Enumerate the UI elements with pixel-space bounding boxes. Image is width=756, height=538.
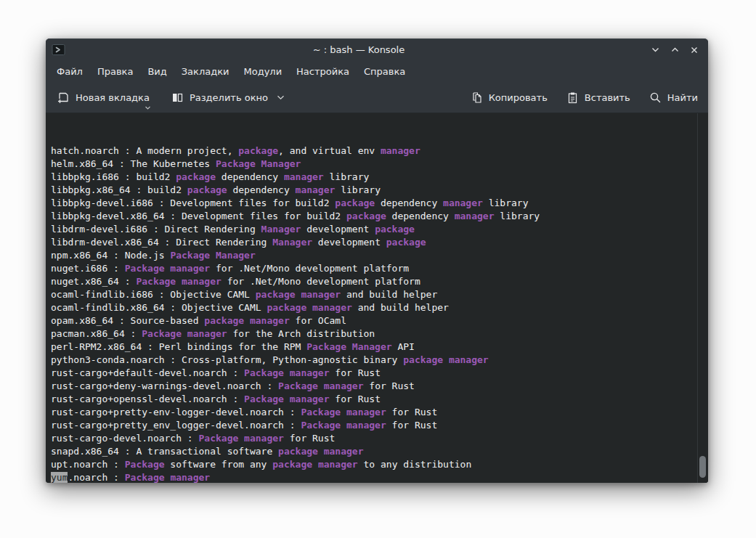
chevron-down-icon xyxy=(277,95,285,100)
terminal-line: perl-RPM2.x86_64 : Perl bindings for the… xyxy=(51,341,694,354)
tab-new-icon xyxy=(57,91,70,104)
terminal-line: libdrm-devel.i686 : Direct Rendering Man… xyxy=(51,223,694,236)
split-view-icon xyxy=(171,91,184,104)
copy-icon xyxy=(471,91,483,104)
terminal-line: npm.x86_64 : Node.js Package Manager xyxy=(51,249,694,262)
terminal-line: nuget.x86_64 : Package manager for .Net/… xyxy=(51,275,694,288)
toolbar-right-group: Копировать Вставить Найти xyxy=(452,91,698,104)
terminal-line: upt.noarch : Package software from any p… xyxy=(51,458,694,471)
new-tab-button[interactable]: Новая вкладка xyxy=(57,91,150,104)
menu-item-edit[interactable]: Правка xyxy=(90,62,140,81)
terminal-line: libbpkg-devel.i686 : Development files f… xyxy=(51,197,694,210)
menu-item-settings[interactable]: Настройка xyxy=(289,62,357,81)
terminal-line: python3-conda.noarch : Cross-platform, P… xyxy=(51,354,694,367)
titlebar[interactable]: ~ : bash — Konsole xyxy=(46,39,708,60)
terminal-line: rust-cargo+deny-warnings-devel.noarch : … xyxy=(51,380,694,393)
terminal-line: nuget.i686 : Package manager for .Net/Mo… xyxy=(51,262,694,275)
close-icon xyxy=(690,46,699,54)
split-view-button[interactable]: Разделить окно xyxy=(171,91,285,104)
copy-button[interactable]: Копировать xyxy=(471,91,548,104)
paste-icon xyxy=(566,91,579,104)
chevron-down-icon xyxy=(651,45,660,54)
terminal-line: ocaml-findlib.i686 : Objective CAML pack… xyxy=(51,288,694,301)
terminal-line: libbpkg.i686 : build2 package dependency… xyxy=(51,171,694,184)
find-button[interactable]: Найти xyxy=(649,91,698,104)
konsole-window: ~ : bash — Konsole Файл Правка Вид xyxy=(46,38,708,483)
terminal-line: yum.noarch : Package manager xyxy=(51,471,694,483)
menu-item-view[interactable]: Вид xyxy=(140,62,174,81)
terminal-line: rust-cargo+pretty-env-logger-devel.noarc… xyxy=(51,406,694,419)
new-tab-label: Новая вкладка xyxy=(76,92,150,103)
terminal-line: libbpkg-devel.x86_64 : Development files… xyxy=(51,210,694,223)
paste-button[interactable]: Вставить xyxy=(566,91,630,104)
search-icon xyxy=(649,91,662,104)
menu-item-help[interactable]: Справка xyxy=(357,62,412,81)
selected-text: yum xyxy=(51,472,68,483)
terminal-line: pacman.x86_64 : Package manager for the … xyxy=(51,327,694,341)
menu-item-plugins[interactable]: Модули xyxy=(236,62,289,81)
terminal-line: snapd.x86_64 : A transactional software … xyxy=(51,445,694,458)
window-controls xyxy=(650,39,699,60)
find-label: Найти xyxy=(667,92,698,103)
terminal-line: libbpkg.x86_64 : build2 package dependen… xyxy=(51,184,694,197)
close-button[interactable] xyxy=(689,45,699,55)
toolbar: Новая вкладка Разделить окно xyxy=(46,83,708,113)
terminal-line: helm.x86_64 : The Kubernetes Package Man… xyxy=(51,158,694,171)
terminal-line: libdrm-devel.x86_64 : Direct Rendering M… xyxy=(51,236,694,249)
window-title: ~ : bash — Konsole xyxy=(89,39,628,60)
terminal-line: ocaml-findlib.x86_64 : Objective CAML pa… xyxy=(51,301,694,314)
terminal-line: rust-cargo+default-devel.noarch : Packag… xyxy=(51,367,694,380)
chevron-down-icon xyxy=(145,106,151,110)
terminal-line: rust-cargo+openssl-devel.noarch : Packag… xyxy=(51,393,694,406)
terminal-line: hatch.noarch : A modern project, package… xyxy=(51,144,694,158)
terminal-line: rust-cargo+pretty_env_logger-devel.noarc… xyxy=(51,419,694,432)
copy-label: Копировать xyxy=(489,92,548,103)
menu-item-bookmarks[interactable]: Закладки xyxy=(174,62,237,81)
chevron-up-icon xyxy=(670,45,680,54)
scrollbar-thumb[interactable] xyxy=(699,456,706,478)
terminal-line: opam.x86_64 : Source-based package manag… xyxy=(51,314,694,327)
split-view-label: Разделить окно xyxy=(190,92,268,103)
terminal-line: rust-cargo-devel.noarch : Package manage… xyxy=(51,432,694,445)
konsole-icon xyxy=(52,43,65,57)
toolbar-left-group: Новая вкладка Разделить окно xyxy=(57,91,306,104)
minimize-button[interactable] xyxy=(650,45,660,55)
menubar: Файл Правка Вид Закладки Модули Настройк… xyxy=(46,60,708,83)
paste-label: Вставить xyxy=(585,92,630,103)
terminal-output[interactable]: hatch.noarch : A modern project, package… xyxy=(46,113,708,483)
menu-item-file[interactable]: Файл xyxy=(49,62,90,81)
maximize-button[interactable] xyxy=(670,45,680,55)
scrollbar[interactable] xyxy=(697,113,708,483)
